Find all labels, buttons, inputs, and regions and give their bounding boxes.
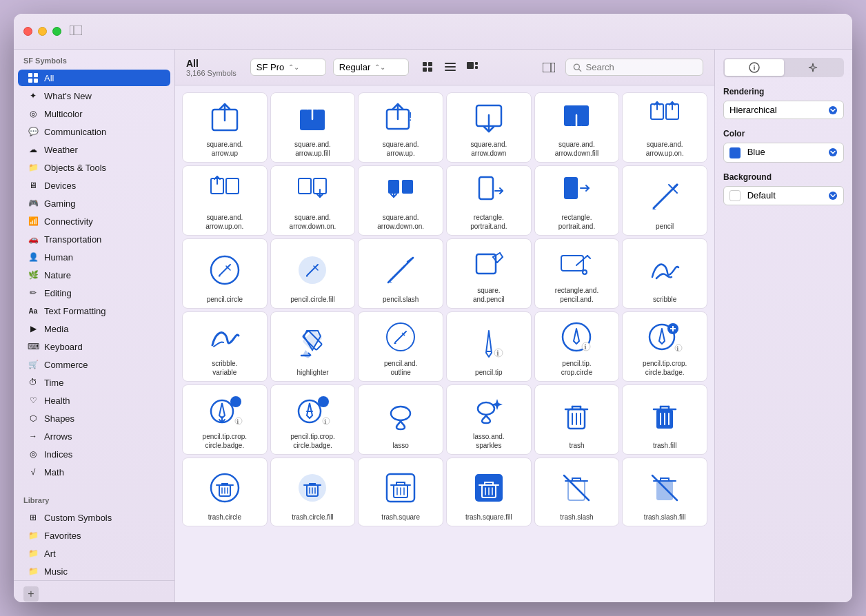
sidebar-health-label: Health (44, 396, 70, 406)
icon-cell-pencil-circle-fill[interactable]: pencil.circle.fill (270, 238, 356, 309)
sidebar-item-communication[interactable]: 💬 Communication (18, 123, 170, 140)
sidebar-item-keyboard[interactable]: ⌨ Keyboard (18, 338, 170, 355)
sidebar-item-time[interactable]: ⏱ Time (18, 374, 170, 391)
color-select[interactable]: Blue (723, 143, 844, 163)
sidebar-item-weather[interactable]: ☁ Weather (18, 141, 170, 158)
icon-cell-trash-circle[interactable]: trash.circle (182, 458, 268, 526)
sidebar-item-media[interactable]: ▶ Media (18, 320, 170, 337)
right-panel-toggle[interactable] (539, 59, 558, 76)
sidebar-item-all[interactable]: All (18, 70, 170, 86)
sidebar-item-multicolor[interactable]: ◎ Multicolor (18, 105, 170, 122)
icon-cell-square-arrow-up-on[interactable]: square.and.arrow.up.on. (622, 92, 707, 163)
icon-cell-pencil[interactable]: pencil (622, 165, 707, 236)
search-input[interactable] (586, 62, 696, 72)
search-box[interactable] (565, 59, 703, 76)
icon-cell-pencil-outline[interactable]: pencil.and.outline (358, 311, 443, 382)
custom-icon: ⊞ (28, 512, 39, 523)
sidebar-toggle-icon[interactable] (70, 25, 82, 38)
panel-tab-customize[interactable] (784, 59, 843, 76)
rendering-select[interactable]: Hierarchical (723, 101, 844, 119)
icon-cell-trash-circle-fill[interactable]: trash.circle.fill (270, 458, 356, 526)
icon-cell-trash-square-fill[interactable]: trash.square.fill (446, 458, 532, 526)
icon-cell-rect-portrait[interactable]: rectangle.portrait.and. (446, 165, 532, 236)
sidebar-item-art[interactable]: 📁 Art (18, 545, 170, 562)
icon-label: square.and.arrow.down.on. (290, 213, 336, 231)
icon-cell-square-arrow-down-on[interactable]: square.and.arrow.down.on. (270, 165, 356, 236)
list-view-button[interactable] (441, 59, 460, 76)
sidebar-item-math[interactable]: √ Math (18, 464, 170, 480)
svg-rect-158 (568, 481, 585, 500)
icon-cell-pencil-slash[interactable]: pencil.slash (358, 238, 443, 309)
sidebar-item-arrows[interactable]: → Arrows (18, 428, 170, 444)
sidebar-item-nature[interactable]: 🌿 Nature (18, 267, 170, 283)
icon-cell-trash-slash[interactable]: trash.slash (534, 458, 620, 526)
add-button[interactable]: + (23, 586, 39, 602)
icon-cell-lasso-sparkles[interactable]: lasso.and.sparkles (446, 384, 532, 455)
sidebar-item-gaming[interactable]: 🎮 Gaming (18, 195, 170, 212)
sidebar-item-commerce[interactable]: 🛒 Commerce (18, 356, 170, 373)
icon-cell-scribble-variable[interactable]: scribble.variable (182, 311, 268, 382)
sidebar-favorites-label: Favorites (44, 531, 81, 541)
maximize-button[interactable] (52, 27, 61, 36)
icon-label: square.and.arrow.down.on. (377, 213, 424, 231)
sidebar-item-text-formatting[interactable]: Aa Text Formatting (18, 302, 170, 319)
icon-cell-rect-pencil[interactable]: rectangle.and.pencil.and. (534, 238, 620, 309)
icon-cell-pencil-tip-badge[interactable]: ℹ pencil.tip.crop.circle.badge. (622, 311, 707, 382)
gallery-view-button[interactable] (463, 59, 482, 76)
svg-line-62 (388, 258, 413, 283)
svg-rect-68 (561, 256, 583, 271)
math-icon: √ (28, 466, 39, 478)
svg-rect-36 (226, 178, 239, 194)
sidebar-item-music[interactable]: 📁 Music (18, 563, 170, 579)
icon-cell-highlighter[interactable]: highlighter (270, 311, 356, 382)
icon-cell-pencil-circle[interactable]: pencil.circle (182, 238, 268, 309)
sidebar-item-indices[interactable]: ◎ Indices (18, 446, 170, 462)
minimize-button[interactable] (38, 27, 47, 36)
font-select[interactable]: SF Pro ⌃⌄ (250, 59, 326, 76)
icon-cell-lasso[interactable]: lasso (358, 384, 443, 455)
icon-cell-square-arrow-up[interactable]: square.and.arrow.up (182, 92, 268, 163)
icon-cell-square-arrow-down-on2[interactable]: square.and.arrow.down.on. (358, 165, 443, 236)
icon-cell-pencil-tip-badge2[interactable]: ℹ pencil.tip.crop.circle.badge. (182, 384, 268, 455)
icon-cell-square-arrow-up-fill[interactable]: square.and.arrow.up.fill (270, 92, 356, 163)
sidebar-item-human[interactable]: 👤 Human (18, 249, 170, 265)
svg-rect-15 (475, 66, 478, 69)
icon-cell-pencil-tip[interactable]: ℹ pencil.tip (446, 311, 532, 382)
svg-rect-16 (543, 63, 555, 72)
sidebar-item-health[interactable]: ♡ Health (18, 392, 170, 409)
background-select[interactable]: Default (723, 186, 844, 206)
icon-cell-trash-fill[interactable]: trash.fill (622, 384, 707, 455)
icon-label: highlighter (296, 368, 328, 377)
icon-cell-square-arrow-up-on2[interactable]: square.and.arrow.up.on. (182, 165, 268, 236)
sidebar-item-devices[interactable]: 🖥 Devices (18, 177, 170, 194)
sidebar-objects-label: Objects & Tools (44, 163, 106, 173)
icon-cell-trash[interactable]: trash (534, 384, 620, 455)
weather-icon: ☁ (28, 144, 39, 155)
sidebar-item-custom[interactable]: ⊞ Custom Symbols (18, 509, 170, 526)
icon-cell-square-arrow-up-warning[interactable]: ! square.and.arrow.up. (358, 92, 443, 163)
icon-cell-scribble[interactable]: scribble (622, 238, 707, 309)
icon-cell-square-arrow-down-fill[interactable]: square.and.arrow.down.fill (534, 92, 620, 163)
icon-cell-square-arrow-down[interactable]: square.and.arrow.down (446, 92, 532, 163)
icon-cell-square-pencil[interactable]: square.and.pencil (446, 238, 532, 309)
icon-cell-trash-square[interactable]: trash.square (358, 458, 443, 526)
icon-label: pencil.tip.crop.circle.badge. (203, 432, 247, 450)
close-button[interactable] (23, 27, 32, 36)
panel-tab-info[interactable] (725, 59, 784, 76)
sidebar-item-objects[interactable]: 📁 Objects & Tools (18, 159, 170, 176)
grid-view-button[interactable] (419, 59, 438, 76)
icon-cell-pencil-tip-badge3[interactable]: ℹ pencil.tip.crop.circle.badge. (270, 384, 356, 455)
sidebar-transportation-label: Transportation (44, 234, 101, 245)
icon-cell-rect-portrait-fill[interactable]: rectangle.portrait.and. (534, 165, 620, 236)
icon-cell-pencil-tip-crop-circle[interactable]: ℹ pencil.tip.crop.circle (534, 311, 620, 382)
icon-label: lasso.and.sparkles (473, 432, 505, 450)
svg-point-96 (230, 396, 241, 407)
weight-select[interactable]: Regular ⌃⌄ (333, 59, 409, 76)
sidebar-item-editing[interactable]: ✏ Editing (18, 285, 170, 301)
icon-cell-trash-slash-fill[interactable]: trash.slash.fill (622, 458, 707, 526)
sidebar-item-connectivity[interactable]: 📶 Connectivity (18, 213, 170, 229)
sidebar-item-shapes[interactable]: ⬡ Shapes (18, 410, 170, 427)
sidebar-item-favorites[interactable]: 📁 Favorites (18, 527, 170, 544)
sidebar-item-transportation[interactable]: 🚗 Transportation (18, 231, 170, 247)
sidebar-item-whats-new[interactable]: ✦ What's New (18, 88, 170, 104)
